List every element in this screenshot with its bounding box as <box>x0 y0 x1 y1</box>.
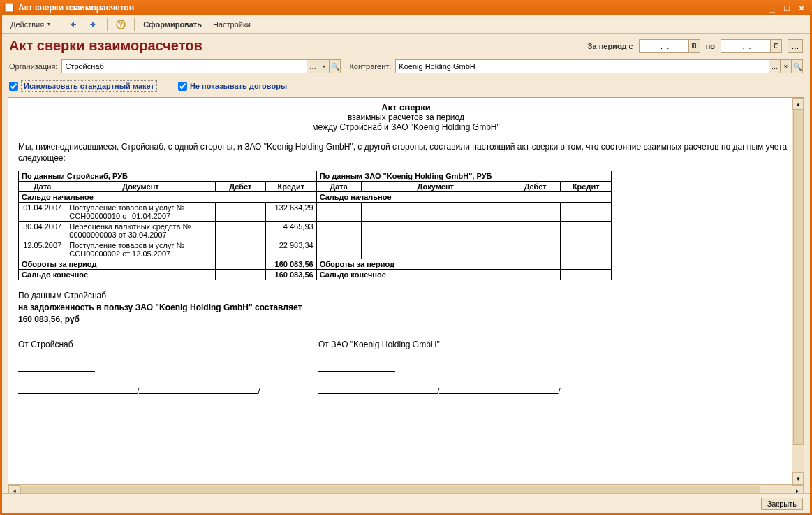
group-header-2: По данным ЗАО "Koenig Holding GmbH", РУБ <box>316 171 611 182</box>
app-icon <box>4 3 14 13</box>
scroll-up-icon[interactable]: ▴ <box>792 98 804 110</box>
select-more-icon[interactable]: … <box>307 60 318 73</box>
separator <box>59 18 59 31</box>
org-input[interactable] <box>62 60 307 73</box>
svg-text:?: ? <box>119 21 123 29</box>
hide-contracts-label: Не показывать договоры <box>190 82 287 90</box>
period-to-label: по <box>706 42 715 50</box>
counterparty-label: Контрагент: <box>349 62 391 71</box>
clear-icon[interactable]: × <box>318 60 329 73</box>
use-standard-checkbox[interactable]: Использовать стандартный макет <box>9 80 157 92</box>
saldo-start-1: Сальдо начальное <box>19 192 317 203</box>
svg-rect-1 <box>6 6 12 6</box>
use-standard-label: Использовать стандартный макет <box>21 80 157 92</box>
col-credit-1: Кредит <box>266 182 317 192</box>
counterparty-field: … × 🔍 <box>395 59 803 73</box>
toolbar: Действия▾ ? Сформировать Настройки <box>2 15 810 34</box>
col-doc-2: Документ <box>361 182 510 192</box>
sign-name-line: // <box>18 384 318 396</box>
doc-subtitle-2: между Стройснаб и ЗАО "Koenig Holding Gm… <box>18 122 794 132</box>
col-debit-1: Дебет <box>215 182 266 192</box>
sign-line <box>318 359 395 372</box>
more-button[interactable]: … <box>788 39 803 53</box>
help-icon: ? <box>116 20 126 29</box>
calendar-icon[interactable]: 🗓 <box>688 40 700 52</box>
org-label: Организация: <box>9 62 57 71</box>
svg-rect-3 <box>6 10 10 10</box>
select-more-icon[interactable]: … <box>769 60 780 73</box>
table-row: 12.05.2007 Поступление товаров и услуг №… <box>19 240 612 259</box>
nav-forward-button[interactable] <box>84 18 103 31</box>
scroll-thumb[interactable] <box>793 110 804 445</box>
help-button[interactable]: ? <box>112 18 130 31</box>
reconciliation-table: По данным Стройснаб, РУБ По данным ЗАО "… <box>18 171 612 280</box>
separator <box>134 18 135 31</box>
document-body[interactable]: Акт сверки взаимных расчетов за период м… <box>8 98 804 496</box>
form-button[interactable]: Сформировать <box>139 19 206 30</box>
sign-name-line: // <box>318 384 619 396</box>
chevron-down-icon: ▾ <box>47 21 50 27</box>
date-from-input[interactable] <box>640 40 688 52</box>
document-viewport: Акт сверки взаимных расчетов за период м… <box>8 97 804 497</box>
turnover-1: Обороты за период <box>19 259 216 270</box>
org-field: … × 🔍 <box>61 59 341 73</box>
clear-icon[interactable]: × <box>780 60 791 73</box>
search-icon[interactable]: 🔍 <box>791 60 802 73</box>
arrow-forward-icon <box>89 20 98 29</box>
arrow-back-icon <box>68 20 77 29</box>
close-button[interactable]: Закрыть <box>761 498 803 510</box>
scroll-down-icon[interactable]: ▾ <box>792 472 804 484</box>
hide-contracts-checkbox[interactable]: Не показывать договоры <box>178 82 287 91</box>
footer: Закрыть <box>2 493 810 513</box>
turnover-2: Обороты за период <box>316 259 510 270</box>
group-header-1: По данным Стройснаб, РУБ <box>19 171 317 182</box>
separator <box>107 18 108 31</box>
nav-back-button[interactable] <box>64 18 82 31</box>
svg-rect-2 <box>6 8 12 8</box>
maximize-button[interactable]: □ <box>781 3 793 13</box>
post-text: По данным Стройснаб на задолженность в п… <box>18 290 794 325</box>
doc-intro: Мы, нижеподписавшиеся, Стройснаб, с одно… <box>18 142 794 164</box>
col-debit-2: Дебет <box>510 182 561 192</box>
date-from-field: 🗓 <box>639 39 700 53</box>
period-from-label: За период с <box>588 42 633 50</box>
col-date-2: Дата <box>316 182 361 192</box>
settings-button[interactable]: Настройки <box>209 19 255 30</box>
doc-title: Акт сверки <box>18 102 794 113</box>
page-title: Акт сверки взаиморасчетов <box>9 38 582 54</box>
sign-from-1: От Стройснаб <box>18 340 318 349</box>
counterparty-input[interactable] <box>396 60 769 73</box>
col-date-1: Дата <box>19 182 66 192</box>
vertical-scrollbar[interactable]: ▴ ▾ <box>792 98 804 484</box>
use-standard-input[interactable] <box>9 82 18 91</box>
sign-from-2: От ЗАО "Koenig Holding GmbH" <box>318 340 619 349</box>
saldo-end-2: Сальдо конечное <box>316 270 510 280</box>
signatures: От Стройснаб // От ЗАО "Koenig Holding G… <box>18 340 794 396</box>
date-to-input[interactable] <box>721 40 770 52</box>
saldo-start-2: Сальдо начальное <box>316 192 611 203</box>
col-doc-1: Документ <box>66 182 215 192</box>
col-credit-2: Кредит <box>561 182 612 192</box>
saldo-end-1: Сальдо конечное <box>19 270 216 280</box>
minimize-button[interactable]: _ <box>766 3 778 13</box>
date-to-field: 🗓 <box>721 39 782 53</box>
close-window-button[interactable]: × <box>795 3 808 13</box>
table-row: 30.04.2007 Переоценка валютных средств №… <box>19 222 612 240</box>
sign-line <box>18 359 95 372</box>
window-title: Акт сверки взаиморасчетов <box>18 3 134 13</box>
hide-contracts-input[interactable] <box>178 82 187 91</box>
actions-menu[interactable]: Действия▾ <box>6 19 54 30</box>
doc-subtitle-1: взаимных расчетов за период <box>18 113 794 122</box>
search-icon[interactable]: 🔍 <box>329 60 340 73</box>
calendar-icon[interactable]: 🗓 <box>770 40 781 52</box>
titlebar: Акт сверки взаиморасчетов _ □ × <box>0 0 812 15</box>
table-row: 01.04.2007 Поступление товаров и услуг №… <box>19 203 612 222</box>
